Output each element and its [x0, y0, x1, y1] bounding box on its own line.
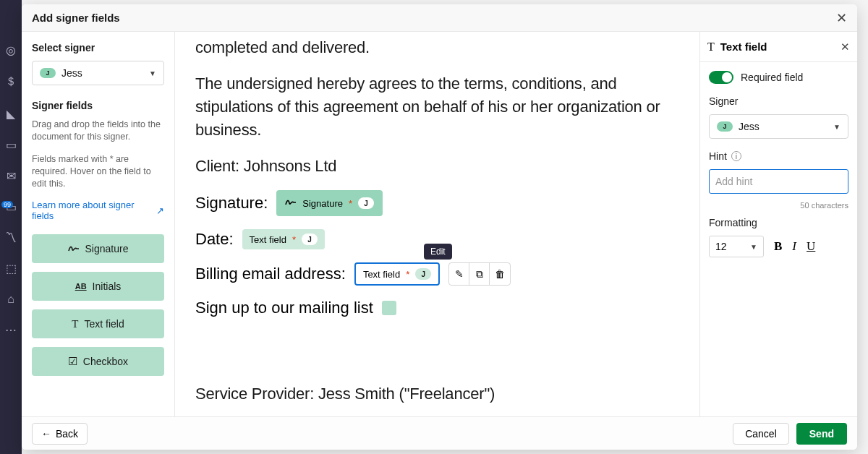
signer-select[interactable]: J Jess ▼	[32, 61, 164, 85]
field-signer-pill: J	[415, 268, 431, 280]
text-icon: T	[72, 318, 78, 330]
fields-help-2: Fields marked with * are required. Hover…	[32, 153, 164, 190]
required-star: *	[292, 234, 296, 245]
doc-para-2: The undersigned hereby agrees to the ter…	[195, 72, 679, 142]
sidebar-badge: 99	[1, 201, 13, 208]
required-star: *	[349, 198, 352, 209]
field-type-signature[interactable]: Signature	[32, 234, 164, 263]
client-line: Client: Johnsons Ltd	[195, 155, 679, 178]
nav-icon-box[interactable]: ⬚	[6, 262, 17, 275]
arrow-left-icon: ←	[41, 428, 51, 440]
italic-button[interactable]: I	[792, 239, 796, 254]
mailing-row: Sign up to our mailing list	[195, 299, 679, 317]
bold-button[interactable]: B	[774, 239, 782, 254]
nav-icon-money[interactable]: ＄	[5, 74, 17, 90]
signature-icon	[285, 198, 297, 209]
font-size-select[interactable]: 12 ▼	[709, 236, 764, 257]
placed-text-field-date[interactable]: Text field * J	[242, 229, 325, 249]
signer-initial-pill: J	[40, 68, 56, 78]
signer-section-label: Signer	[709, 95, 848, 107]
external-link-icon: ↗	[156, 205, 164, 216]
select-signer-label: Select signer	[32, 42, 164, 53]
nav-icon-more[interactable]: ⋯	[5, 323, 17, 337]
cancel-button[interactable]: Cancel	[733, 423, 789, 445]
placed-text-field-email[interactable]: Text field * J	[354, 262, 440, 286]
field-signer-pill: J	[358, 197, 374, 209]
nav-icon-mail[interactable]: ✉	[7, 169, 16, 183]
nav-icon-store[interactable]: ⌂	[7, 293, 14, 306]
hint-input[interactable]	[709, 169, 848, 194]
date-label: Date:	[195, 230, 234, 249]
initials-icon: AB	[75, 282, 87, 291]
field-type-initials[interactable]: AB Initials	[32, 272, 164, 301]
placed-signature-field[interactable]: Signature * J	[276, 190, 383, 216]
nav-icon-target[interactable]: ◎	[6, 43, 16, 57]
signature-label: Signature:	[195, 194, 268, 213]
chevron-down-icon: ▼	[750, 243, 757, 251]
send-button[interactable]: Send	[796, 423, 847, 445]
properties-title: Text field	[720, 40, 767, 53]
field-action-bar: ✎ ⧉ 🗑	[448, 262, 511, 286]
hint-label: Hint	[709, 150, 727, 162]
required-toggle-row: Required field	[709, 71, 848, 84]
chevron-down-icon: ▼	[833, 123, 841, 131]
properties-header: T Text field ✕	[700, 32, 857, 62]
field-signer-pill: J	[302, 234, 318, 245]
properties-signer-select[interactable]: J Jess ▼	[709, 114, 848, 139]
signer-name: Jess	[61, 67, 82, 79]
signer-modal: Add signer fields ✕ Select signer J Jess…	[22, 4, 857, 450]
checkbox-icon: ☑	[68, 355, 77, 368]
email-row: Edit Billing email address: Text field *…	[195, 262, 679, 286]
nav-icon-chart[interactable]: 〽	[5, 231, 17, 244]
formatting-label: Formatting	[709, 217, 848, 228]
modal-footer: ← Back Cancel Send	[22, 416, 857, 450]
hint-char-count: 50 characters	[709, 201, 848, 210]
signature-icon	[68, 244, 80, 253]
provider-line: Service Provider: Jess Smith ("Freelance…	[195, 382, 679, 406]
edit-tooltip: Edit	[424, 244, 452, 260]
delete-field-button[interactable]: 🗑	[490, 263, 510, 285]
required-toggle[interactable]	[709, 71, 733, 84]
modal-title: Add signer fields	[32, 12, 120, 24]
field-type-text[interactable]: T Text field	[32, 309, 164, 338]
placed-checkbox-field[interactable]	[382, 301, 396, 315]
modal-header: Add signer fields ✕	[22, 4, 857, 32]
field-type-checkbox[interactable]: ☑ Checkbox	[32, 347, 164, 376]
document-canvas[interactable]: completed and delivered. The undersigned…	[175, 32, 699, 416]
required-star: *	[406, 269, 409, 280]
field-properties-panel: T Text field ✕ Required field Signer J J…	[699, 32, 857, 416]
underline-button[interactable]: U	[807, 239, 815, 254]
signer-initial-pill: J	[717, 121, 733, 132]
chevron-down-icon: ▼	[149, 69, 156, 77]
doc-para-1: completed and delivered.	[195, 36, 679, 59]
copy-field-button[interactable]: ⧉	[469, 263, 490, 285]
close-icon[interactable]: ✕	[836, 10, 847, 26]
mailing-label: Sign up to our mailing list	[195, 299, 373, 317]
fields-help-1: Drag and drop the fields into the docume…	[32, 119, 164, 143]
nav-icon-calendar[interactable]: ▭	[6, 138, 17, 152]
app-sidebar: ◎ ＄ ◣ ▭ 99 ✉ ▭ 〽 ⬚ ⌂ ⋯	[0, 0, 22, 454]
email-label: Billing email address:	[195, 265, 346, 283]
left-panel: Select signer J Jess ▼ Signer fields Dra…	[22, 32, 175, 416]
edit-field-button[interactable]: ✎	[449, 263, 469, 285]
learn-more-link[interactable]: Learn more about signer fields ↗	[32, 200, 164, 221]
nav-icon-megaphone[interactable]: ◣	[7, 107, 15, 121]
info-icon[interactable]: i	[731, 151, 741, 161]
required-label: Required field	[741, 72, 803, 83]
text-icon: T	[707, 40, 715, 53]
signature-row: Signature: Signature * J	[195, 190, 679, 216]
modal-body: Select signer J Jess ▼ Signer fields Dra…	[22, 32, 857, 416]
signer-fields-heading: Signer fields	[32, 100, 164, 111]
close-properties-icon[interactable]: ✕	[841, 40, 850, 53]
back-button[interactable]: ← Back	[32, 423, 88, 445]
